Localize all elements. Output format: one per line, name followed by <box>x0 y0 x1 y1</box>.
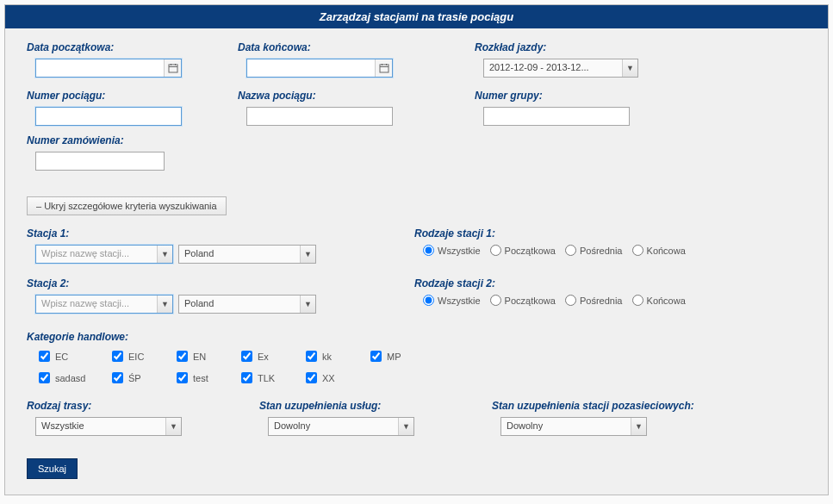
station1-end-radio[interactable]: Końcowa <box>632 245 686 256</box>
train-number-input[interactable] <box>35 107 182 126</box>
category-check[interactable]: TLK <box>238 370 302 386</box>
svg-rect-4 <box>380 65 389 72</box>
chevron-down-icon[interactable]: ▼ <box>157 246 172 263</box>
station1-country-combo[interactable]: Poland ▼ <box>178 245 316 264</box>
category-check[interactable]: MP <box>367 348 432 364</box>
svg-rect-0 <box>169 65 177 72</box>
categories-label: Kategorie handlowe: <box>27 331 806 343</box>
station2-country-value: Poland <box>179 296 300 313</box>
toggle-details-button[interactable]: – Ukryj szczegółowe kryteria wyszukiwani… <box>27 196 227 215</box>
categories-grid: EC EIC EN Ex kk MP sadasd ŚP test TLK XX <box>35 348 806 386</box>
manage-stations-panel: Zarządzaj stacjami na trasie pociągu Dat… <box>4 4 829 495</box>
train-name-label: Nazwa pociągu: <box>238 90 432 102</box>
route-type-combo[interactable]: Wszystkie ▼ <box>35 417 182 436</box>
station2-country-combo[interactable]: Poland ▼ <box>178 295 316 314</box>
end-date-input[interactable] <box>247 59 375 77</box>
category-check[interactable]: ŚP <box>109 370 173 386</box>
offnet-fill-value: Dowolny <box>501 418 631 435</box>
offnet-fill-label: Stan uzupełnienia stacji pozasieciowych: <box>492 400 776 412</box>
chevron-down-icon[interactable]: ▼ <box>165 418 181 435</box>
end-date-label: Data końcowa: <box>238 41 432 53</box>
service-fill-combo[interactable]: Dowolny ▼ <box>268 417 414 436</box>
category-check[interactable]: EN <box>173 348 238 364</box>
group-number-label: Numer grupy: <box>475 90 647 102</box>
station2-all-radio[interactable]: Wszystkie <box>423 295 481 306</box>
chevron-down-icon[interactable]: ▼ <box>398 418 413 435</box>
category-check[interactable]: sadasd <box>35 370 109 386</box>
schedule-combo[interactable]: 2012-12-09 - 2013-12... ▼ <box>483 59 638 78</box>
station-types2-group: Wszystkie Początkowa Pośrednia Końcowa <box>423 295 806 308</box>
station2-name-combo[interactable]: Wpisz nazwę stacji... ▼ <box>35 295 173 314</box>
station-types1-label: Rodzaje stacji 1: <box>414 227 806 240</box>
train-number-label: Numer pociągu: <box>27 90 221 102</box>
station2-end-radio[interactable]: Końcowa <box>632 295 686 306</box>
category-check[interactable]: EIC <box>109 348 173 364</box>
station2-label: Stacja 2: <box>27 277 414 289</box>
category-check[interactable]: kk <box>302 348 367 364</box>
station2-start-radio[interactable]: Początkowa <box>490 295 556 306</box>
chevron-down-icon[interactable]: ▼ <box>157 296 172 313</box>
station1-name-combo[interactable]: Wpisz nazwę stacji... ▼ <box>35 245 173 264</box>
schedule-value: 2012-12-09 - 2013-12... <box>484 59 622 77</box>
order-number-label: Numer zamówienia: <box>27 134 199 146</box>
station1-country-value: Poland <box>179 246 300 263</box>
station1-mid-radio[interactable]: Pośrednia <box>565 245 623 256</box>
station1-placeholder: Wpisz nazwę stacji... <box>36 246 157 263</box>
order-number-input[interactable] <box>35 152 165 171</box>
start-date-label: Data początkowa: <box>27 41 221 53</box>
station2-placeholder: Wpisz nazwę stacji... <box>36 296 157 313</box>
schedule-label: Rozkład jazdy: <box>475 41 668 53</box>
start-date-field[interactable] <box>35 59 182 78</box>
chevron-down-icon[interactable]: ▼ <box>622 59 637 77</box>
end-date-field[interactable] <box>246 59 393 78</box>
chevron-down-icon[interactable]: ▼ <box>631 418 646 435</box>
category-check[interactable]: test <box>173 370 238 386</box>
station1-start-radio[interactable]: Początkowa <box>490 245 556 256</box>
panel-body: Data początkowa: Data końcowa: <box>5 28 828 495</box>
station-types2-label: Rodzaje stacji 2: <box>414 277 806 289</box>
service-fill-label: Stan uzupełnienia usług: <box>259 400 475 412</box>
calendar-icon[interactable] <box>375 59 392 77</box>
category-check[interactable]: Ex <box>238 348 302 364</box>
station1-all-radio[interactable]: Wszystkie <box>423 245 481 256</box>
route-type-label: Rodzaj trasy: <box>27 400 242 412</box>
category-check[interactable]: EC <box>35 348 109 364</box>
station1-label: Stacja 1: <box>27 227 414 240</box>
group-number-input[interactable] <box>483 107 630 126</box>
route-type-value: Wszystkie <box>36 418 165 435</box>
start-date-input[interactable] <box>36 59 164 77</box>
station-types1-group: Wszystkie Początkowa Pośrednia Końcowa <box>423 245 806 258</box>
calendar-icon[interactable] <box>164 59 181 77</box>
offnet-fill-combo[interactable]: Dowolny ▼ <box>500 417 647 436</box>
panel-title: Zarządzaj stacjami na trasie pociągu <box>5 5 828 28</box>
service-fill-value: Dowolny <box>269 418 398 435</box>
chevron-down-icon[interactable]: ▼ <box>300 246 315 263</box>
category-check[interactable]: XX <box>302 370 367 386</box>
train-name-input[interactable] <box>246 107 393 126</box>
chevron-down-icon[interactable]: ▼ <box>300 296 315 313</box>
search-button[interactable]: Szukaj <box>27 458 78 479</box>
station2-mid-radio[interactable]: Pośrednia <box>565 295 623 306</box>
